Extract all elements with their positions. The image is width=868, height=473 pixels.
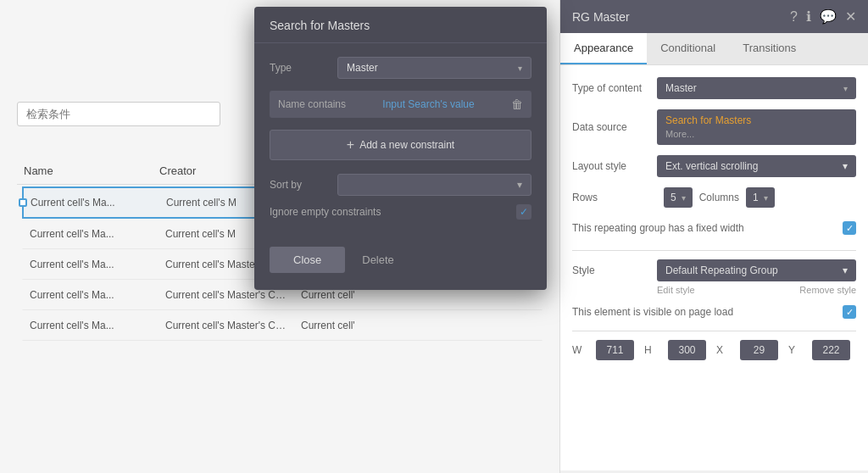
rows-chevron-icon: ▾ — [682, 193, 686, 203]
cell-name: Current cell's Ma... — [23, 286, 159, 304]
x-label: X — [716, 344, 733, 356]
comment-icon[interactable]: 💬 — [820, 8, 837, 25]
fixed-width-row: This repeating group has a fixed width ✓ — [572, 218, 856, 238]
data-source-row: Data source Search for Masters More... — [572, 109, 856, 145]
h-label: H — [644, 344, 661, 356]
sort-chevron-icon: ▾ — [517, 179, 522, 191]
layout-style-value: Ext. vertical scrolling — [665, 160, 758, 172]
type-value: Master — [347, 62, 378, 74]
fixed-width-text: This repeating group has a fixed width — [572, 222, 744, 234]
type-of-content-label: Type of content — [572, 82, 657, 94]
rows-value: 5 — [670, 192, 676, 203]
data-source-label: Data source — [572, 121, 657, 133]
panel-tabs: Appearance Conditional Transitions — [560, 33, 868, 65]
cell-name: Current cell's Ma... — [23, 316, 159, 335]
columns-label: Columns — [699, 192, 739, 203]
type-of-content-row: Type of content Master ▾ — [572, 77, 856, 99]
type-select[interactable]: Master ▾ — [337, 57, 531, 79]
panel-content: Type of content Master ▾ Data source Sea… — [560, 65, 868, 470]
tab-appearance[interactable]: Appearance — [560, 33, 647, 64]
constraint-row: Name contains Input Search's value 🗑 — [270, 91, 531, 118]
rows-cols-row: Rows 5 ▾ Columns 1 ▾ — [572, 187, 856, 208]
search-modal: Search for Masters Type Master ▾ Name co… — [254, 7, 547, 290]
dimensions-row: W 711 H 300 X 29 Y 222 — [572, 340, 856, 360]
data-source-box: Search for Masters More... — [657, 109, 856, 145]
y-label: Y — [788, 344, 805, 356]
tab-conditional[interactable]: Conditional — [647, 33, 729, 64]
type-of-content-chevron-icon: ▾ — [843, 84, 848, 93]
layout-style-row: Layout style Ext. vertical scrolling ▾ — [572, 155, 856, 177]
cell-name: Current cell's Ma... — [24, 193, 159, 212]
divider — [572, 250, 856, 251]
type-of-content-select[interactable]: Master ▾ — [657, 77, 856, 99]
ignore-row: Ignore empty constraints ✓ — [270, 204, 531, 220]
cols-chevron-icon: ▾ — [764, 193, 768, 203]
ignore-checkbox[interactable]: ✓ — [516, 204, 531, 220]
sort-label: Sort by — [270, 179, 337, 191]
visible-row: This element is visible on page load ✓ — [572, 305, 856, 319]
layout-chevron-icon: ▾ — [843, 160, 848, 172]
cell-extra: Current cell' — [294, 316, 542, 335]
constraint-value[interactable]: Input Search's value — [382, 98, 474, 110]
col-name: Name — [17, 161, 153, 181]
cell-name: Current cell's Ma... — [23, 255, 159, 274]
add-constraint-label: Add a new constraint — [359, 139, 454, 151]
type-of-content-value: Master — [665, 82, 697, 94]
data-source-more[interactable]: More... — [665, 129, 694, 139]
modal-actions: Close Delete — [254, 247, 547, 273]
delete-button[interactable]: Delete — [353, 247, 403, 273]
w-label: W — [572, 344, 589, 356]
add-constraint-button[interactable]: + Add a new constraint — [270, 130, 531, 160]
h-value[interactable]: 300 — [668, 340, 706, 360]
search-input[interactable] — [17, 102, 220, 126]
fixed-width-checkbox[interactable]: ✓ — [843, 221, 856, 235]
ignore-label: Ignore empty constraints — [270, 206, 381, 218]
constraint-label: Name contains — [278, 98, 346, 110]
help-icon[interactable]: ? — [790, 9, 798, 25]
remove-style-link[interactable]: Remove style — [799, 285, 856, 295]
style-select[interactable]: Default Repeating Group ▾ — [657, 259, 856, 281]
layout-style-label: Layout style — [572, 160, 657, 172]
columns-value: 1 — [753, 192, 759, 203]
y-value[interactable]: 222 — [812, 340, 850, 360]
close-icon[interactable]: ✕ — [845, 8, 856, 25]
panel-title: RG Master — [572, 10, 630, 24]
style-value: Default Repeating Group — [665, 264, 778, 276]
panel-titlebar: RG Master ? ℹ 💬 ✕ — [560, 0, 868, 33]
visible-checkbox[interactable]: ✓ — [843, 305, 856, 319]
plus-icon: + — [347, 137, 354, 153]
w-value[interactable]: 711 — [596, 340, 634, 360]
edit-style-link[interactable]: Edit style — [657, 285, 695, 295]
type-row: Type Master ▾ — [270, 57, 531, 79]
style-chevron-icon: ▾ — [843, 264, 848, 276]
modal-title: Search for Masters — [254, 7, 547, 43]
type-chevron-icon: ▾ — [518, 64, 522, 73]
cell-creator: Current cell's Master's Creator's email — [159, 316, 294, 335]
x-value[interactable]: 29 — [740, 340, 778, 360]
data-source-link[interactable]: Search for Masters — [665, 114, 848, 126]
visible-text: This element is visible on page load — [572, 306, 733, 318]
cell-name: Current cell's Ma... — [23, 225, 159, 243]
divider-2 — [572, 331, 856, 331]
layout-style-select[interactable]: Ext. vertical scrolling ▾ — [657, 155, 856, 177]
style-label: Style — [572, 264, 657, 276]
panel-icons: ? ℹ 💬 ✕ — [790, 8, 856, 25]
type-label: Type — [270, 62, 337, 74]
table-row[interactable]: Current cell's Ma... Current cell's Mast… — [22, 310, 542, 341]
style-row: Style Default Repeating Group ▾ — [572, 259, 856, 281]
info-icon[interactable]: ℹ — [806, 8, 811, 25]
right-panel: RG Master ? ℹ 💬 ✕ Appearance Conditional… — [559, 0, 868, 473]
sort-select[interactable]: ▾ — [337, 174, 531, 196]
close-button[interactable]: Close — [270, 247, 345, 273]
tab-transitions[interactable]: Transitions — [729, 33, 810, 64]
row-handle — [19, 198, 27, 207]
style-links: Edit style Remove style — [572, 285, 856, 295]
constraint-delete-icon[interactable]: 🗑 — [511, 97, 523, 111]
rows-label: Rows — [572, 192, 657, 203]
sort-row: Sort by ▾ — [270, 174, 531, 196]
columns-select[interactable]: 1 ▾ — [746, 187, 775, 208]
rows-select[interactable]: 5 ▾ — [664, 187, 693, 208]
